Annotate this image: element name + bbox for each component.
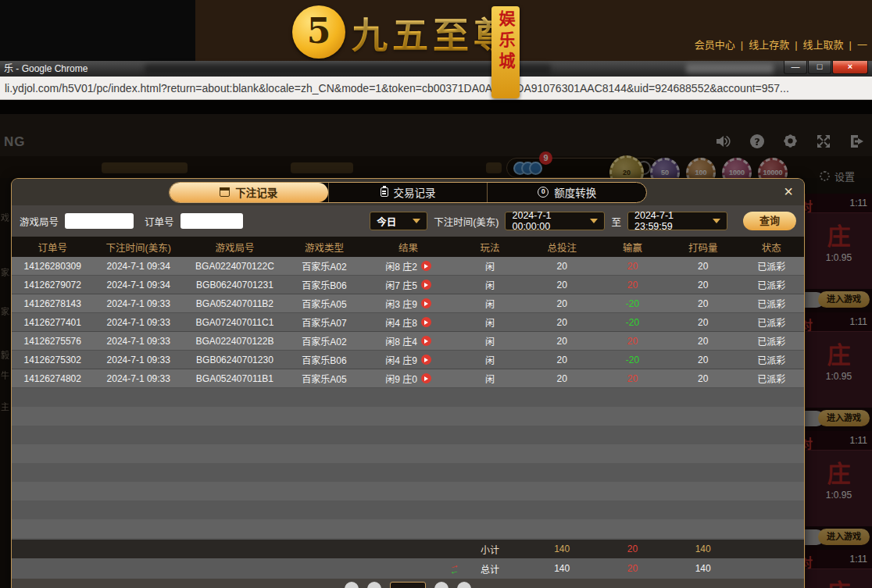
result-text: 闲4 庄9 <box>385 353 417 366</box>
nav-online-withdraw[interactable]: 线上取款 <box>803 39 844 51</box>
column-header: 总投注 <box>526 237 598 257</box>
cell-result: 闲9 庄0 <box>363 369 454 387</box>
site-logo: 5 九五至尊 <box>292 3 514 61</box>
last-page-button[interactable] <box>457 582 471 588</box>
first-page-button[interactable] <box>345 582 359 588</box>
subtotal-row: 小计 140 20 140 <box>12 540 804 558</box>
calendar-icon <box>220 187 230 197</box>
cell-turnover: 20 <box>667 257 739 275</box>
cell-play: 闲 <box>454 294 526 312</box>
result-text: 闲3 庄9 <box>385 297 417 310</box>
cell-total-bet: 20 <box>526 332 598 350</box>
tab-quota-transfer[interactable]: 0 额度转换 <box>487 183 646 202</box>
cell-order-no: 14126280309 <box>12 257 93 275</box>
cell-turnover: 20 <box>667 313 739 331</box>
cell-win-loss: 20 <box>598 332 667 350</box>
cell-status: 已派彩 <box>739 351 804 369</box>
date-range-select[interactable]: 今日 <box>370 212 427 230</box>
cell-order-no: 14126275576 <box>12 332 93 350</box>
play-icon[interactable] <box>421 298 431 308</box>
game-round-input[interactable] <box>65 213 134 229</box>
window-minimize-button[interactable]: — <box>784 61 807 74</box>
cell-game-type: 百家乐B06 <box>286 276 363 294</box>
nav-cut-link[interactable]: 一 <box>857 39 867 51</box>
cell-turnover: 20 <box>667 369 739 387</box>
cell-game-type: 百家乐A05 <box>286 369 363 387</box>
cell-order-no: 14126275302 <box>12 351 93 369</box>
window-title: 乐 - Google Chrome <box>4 61 88 77</box>
cell-status: 已派彩 <box>739 276 804 294</box>
cell-bet-time: 2024-7-1 09:33 <box>93 351 184 369</box>
cell-round-no: BGA072407011C1 <box>184 313 286 331</box>
game-page: NG ? 9 2050100100010000 设置 戏家乐家乐毅牛主 <box>0 100 872 588</box>
column-header: 玩法 <box>454 237 526 257</box>
cell-bet-time: 2024-7-1 09:34 <box>93 276 184 294</box>
cell-round-no: BGA0224070122B <box>184 332 286 350</box>
cell-turnover: 20 <box>667 294 739 312</box>
cell-total-bet: 20 <box>526 351 598 369</box>
nav-member-center[interactable]: 会员中心 <box>695 39 735 51</box>
column-header: 下注时间(美东) <box>93 237 184 257</box>
table-row: 14126279072 2024-7-1 09:34 BGB0624070123… <box>12 276 804 294</box>
nav-separator: | <box>795 39 797 51</box>
table-header-row: 订单号下注时间(美东)游戏局号游戏类型结果玩法总投注输赢打码量状态 <box>12 237 804 257</box>
next-page-button[interactable] <box>434 582 449 588</box>
site-header: 5 九五至尊 娱乐城 会员中心|线上存款|线上取款|一 <box>0 0 872 61</box>
browser-titlebar[interactable]: 乐 - Google Chrome — □ × <box>0 61 872 77</box>
search-button[interactable]: 查询 <box>743 212 796 230</box>
play-icon[interactable] <box>421 336 431 346</box>
cell-win-loss: 20 <box>598 369 667 387</box>
cell-total-bet: 20 <box>526 276 598 294</box>
prev-page-button[interactable] <box>367 582 381 588</box>
window-close-button[interactable]: × <box>832 61 868 74</box>
cell-status: 已派彩 <box>739 257 804 275</box>
cell-win-loss: -20 <box>598 313 667 331</box>
total-total-bet: 140 <box>526 558 598 579</box>
cell-play: 闲 <box>454 369 526 387</box>
browser-urlbar[interactable]: li.ydjol.com/h5V01/pc/index.html?return=… <box>0 77 872 100</box>
result-text: 闲8 庄2 <box>385 259 417 273</box>
cell-win-loss: 20 <box>598 257 667 275</box>
window-maximize-button[interactable]: □ <box>808 61 831 74</box>
play-icon[interactable] <box>421 373 431 383</box>
order-no-input[interactable] <box>180 213 243 229</box>
date-from-value: 2024-7-1 00:00:00 <box>512 210 584 232</box>
cell-total-bet: 20 <box>526 294 598 312</box>
play-icon[interactable] <box>421 317 431 327</box>
screenshot-root: 5 九五至尊 娱乐城 会员中心|线上存款|线上取款|一 乐 - Google C… <box>0 0 872 588</box>
tab-transaction-records[interactable]: 交易记录 <box>328 183 488 202</box>
cell-round-no: BGA0224070122C <box>184 257 286 275</box>
date-from-select[interactable]: 2024-7-1 00:00:00 <box>505 212 605 230</box>
cell-total-bet: 20 <box>526 313 598 331</box>
logo-title: 九五至尊 <box>352 6 514 58</box>
chevron-down-icon <box>590 219 598 223</box>
date-to-select[interactable]: 2024-7-1 23:59:59 <box>627 212 727 230</box>
cell-bet-time: 2024-7-1 09:34 <box>93 257 184 275</box>
column-header: 状态 <box>739 237 804 257</box>
play-icon[interactable] <box>421 261 431 271</box>
play-icon[interactable] <box>421 355 431 365</box>
total-turnover: 140 <box>667 558 739 579</box>
cell-result: 闲7 庄5 <box>363 276 454 294</box>
close-icon[interactable]: × <box>784 183 793 200</box>
table-row: 14126277401 2024-7-1 09:33 BGA072407011C… <box>12 313 804 332</box>
play-icon[interactable] <box>421 280 431 290</box>
refresh-icon[interactable]: →← <box>449 562 462 575</box>
total-win-loss: 20 <box>598 558 667 579</box>
cell-play: 闲 <box>454 313 526 331</box>
chevron-down-icon <box>713 219 720 223</box>
cell-status: 已派彩 <box>739 369 804 387</box>
column-header: 打码量 <box>667 237 739 257</box>
nav-online-deposit[interactable]: 线上存款 <box>749 39 789 51</box>
table-row: 14126275576 2024-7-1 09:33 BGA0224070122… <box>12 332 804 351</box>
chevron-down-icon <box>413 219 420 223</box>
cell-total-bet: 20 <box>526 257 598 275</box>
cell-play: 闲 <box>454 276 526 294</box>
cell-order-no: 14126279072 <box>12 276 93 294</box>
tab-bet-records[interactable]: 下注记录 <box>170 183 328 202</box>
empty-rows-area <box>12 388 804 540</box>
cell-win-loss: -20 <box>598 294 667 312</box>
cell-status: 已派彩 <box>739 332 804 350</box>
cell-win-loss: -20 <box>598 351 667 369</box>
page-number-input[interactable] <box>390 582 426 588</box>
